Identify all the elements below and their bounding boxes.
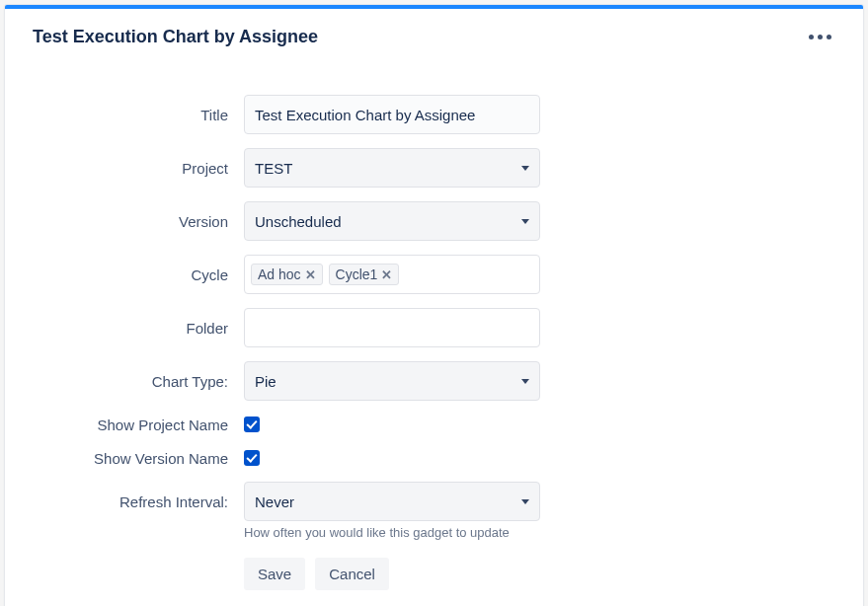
chart-type-selected-value: Pie: [255, 373, 276, 390]
chart-type-label: Chart Type:: [33, 373, 244, 390]
close-icon[interactable]: ✕: [305, 267, 316, 282]
version-select[interactable]: Unscheduled: [244, 201, 540, 241]
save-button[interactable]: Save: [244, 558, 305, 590]
project-label: Project: [33, 160, 244, 177]
refresh-help-text: How often you would like this gadget to …: [244, 525, 835, 540]
refresh-label: Refresh Interval:: [33, 493, 244, 510]
title-label: Title: [33, 107, 244, 123]
folder-label: Folder: [33, 320, 244, 337]
chevron-down-icon: [521, 166, 529, 171]
close-icon[interactable]: ✕: [381, 267, 392, 282]
folder-input[interactable]: [244, 308, 540, 347]
title-input[interactable]: [244, 95, 540, 134]
form: Title Project TEST Version Unscheduled: [5, 55, 863, 606]
chevron-down-icon: [521, 219, 529, 224]
button-row: Save Cancel: [244, 558, 835, 590]
chevron-down-icon: [521, 499, 529, 504]
show-version-label: Show Version Name: [33, 450, 244, 467]
gadget-config-card: Test Execution Chart by Assignee Title P…: [4, 4, 864, 606]
project-select[interactable]: TEST: [244, 148, 540, 188]
refresh-selected-value: Never: [255, 493, 294, 510]
project-selected-value: TEST: [255, 160, 292, 177]
version-label: Version: [33, 213, 244, 230]
show-project-checkbox[interactable]: [244, 417, 260, 432]
refresh-select[interactable]: Never: [244, 482, 540, 521]
cycle-tag-label: Cycle1: [336, 266, 378, 282]
cycle-tag: Cycle1 ✕: [329, 264, 400, 285]
show-version-checkbox[interactable]: [244, 450, 260, 466]
show-project-label: Show Project Name: [33, 417, 244, 433]
card-header: Test Execution Chart by Assignee: [5, 9, 863, 55]
chevron-down-icon: [521, 379, 529, 384]
cycle-tag-label: Ad hoc: [258, 266, 301, 282]
cancel-button[interactable]: Cancel: [315, 558, 389, 590]
chart-type-select[interactable]: Pie: [244, 361, 540, 401]
cycle-tag-input[interactable]: Ad hoc ✕ Cycle1 ✕: [244, 255, 540, 294]
more-menu-icon[interactable]: [805, 31, 835, 43]
version-selected-value: Unscheduled: [255, 213, 342, 230]
page-title: Test Execution Chart by Assignee: [33, 27, 318, 47]
cycle-tag: Ad hoc ✕: [251, 264, 323, 285]
cycle-label: Cycle: [33, 266, 244, 283]
